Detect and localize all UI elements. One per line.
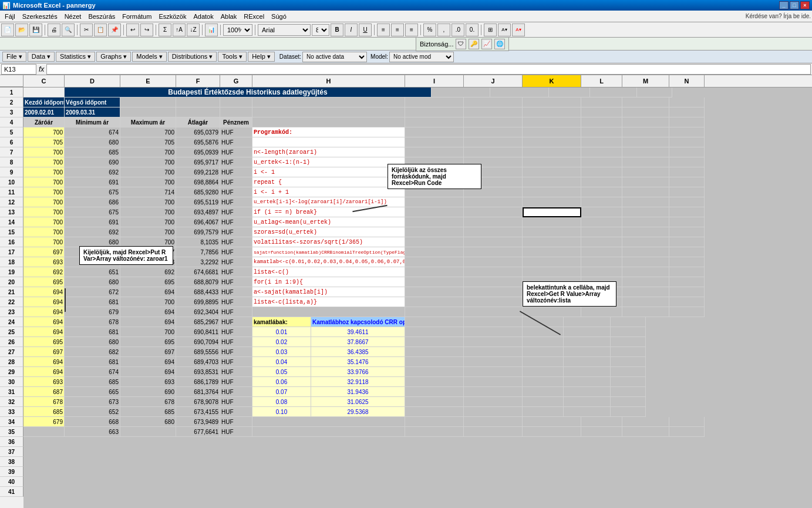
r2-l[interactable] [581,97,622,107]
d34-d[interactable]: 668 [65,417,120,427]
d26-f[interactable]: 690,7094 [176,337,220,347]
bold-btn[interactable]: B [331,23,343,36]
d9-g[interactable]: HUF [220,167,252,177]
d8-h[interactable]: u_ertek<-1:(n-1) [252,157,405,167]
d30-f[interactable]: 686,1789 [176,377,220,387]
d5-n[interactable] [669,127,705,137]
d15-f[interactable]: 699,7579 [176,227,220,237]
d28-n[interactable] [611,357,646,367]
close-btn[interactable]: × [800,1,810,9]
d22-e[interactable]: 700 [120,297,176,307]
d9-h[interactable]: i <- 1 [252,167,405,177]
paste-btn[interactable]: 📌 [108,23,121,36]
col-header-e[interactable]: E [120,75,176,87]
d35-f[interactable]: 677,6641 [176,427,220,437]
d19-k[interactable] [523,267,581,277]
col-header-g[interactable]: G [220,75,252,87]
d26-kamat[interactable]: 0.02 [252,337,311,347]
d23-i[interactable] [405,307,464,317]
d17-h[interactable]: sajat=function(kamatlab)CRRBinomialTreeO… [252,247,405,257]
italic-btn[interactable]: I [345,23,358,36]
d10-m[interactable] [622,177,669,187]
d12-j[interactable] [464,197,523,207]
d22-c[interactable]: 694 [23,297,65,307]
d7-d[interactable]: 685 [65,147,120,157]
chart-btn[interactable]: 📊 [205,23,218,36]
d19-n[interactable] [669,267,705,277]
d23-c[interactable]: 694 [23,307,65,317]
menu-formatum[interactable]: Formátum [119,12,155,21]
d23-l[interactable] [581,307,622,317]
d7-f[interactable]: 695,0939 [176,147,220,157]
d15-j[interactable] [464,227,523,237]
d5-k[interactable] [523,127,581,137]
d14-l[interactable] [581,217,622,227]
d9-k[interactable] [523,167,581,177]
d24-c[interactable]: 694 [23,317,65,327]
d35-l[interactable] [581,427,622,437]
d21-d[interactable]: 672 [65,287,120,297]
d5-c[interactable]: 700 [23,127,65,137]
r4-n[interactable] [669,117,705,127]
d19-c[interactable]: 692 [23,267,65,277]
align-right-btn[interactable]: ≡ [405,23,418,36]
d19-h[interactable]: lista<-c() [252,267,405,277]
d6-c[interactable]: 705 [23,137,65,147]
d6-f[interactable]: 695,5876 [176,137,220,147]
d31-g[interactable]: HUF [220,387,252,397]
d17-j[interactable] [464,247,523,257]
d7-n[interactable] [669,147,705,157]
d24-n[interactable] [611,317,646,327]
d10-n[interactable] [669,177,705,187]
r3-i[interactable] [405,107,464,117]
d19-f[interactable]: 674,6681 [176,267,220,277]
d17-l[interactable] [581,247,622,257]
d25-g[interactable]: HUF [220,327,252,337]
d8-c[interactable]: 700 [23,157,65,167]
copy-btn[interactable]: 📋 [94,23,107,36]
d13-c[interactable]: 700 [23,207,65,217]
d14-e[interactable]: 700 [120,217,176,227]
d31-f[interactable]: 681,3764 [176,387,220,397]
d6-e[interactable]: 705 [120,137,176,147]
rexcel-distributions[interactable]: Distributions ▾ [168,52,217,62]
d22-j[interactable] [464,297,523,307]
d15-n[interactable] [669,227,705,237]
d34-h[interactable] [252,417,405,427]
menu-fajl[interactable]: Fájl [1,12,19,21]
d24-d[interactable]: 678 [65,317,120,327]
d27-f[interactable]: 689,5556 [176,347,220,357]
d29-n[interactable] [611,367,646,377]
d28-j[interactable] [405,357,464,367]
d28-k[interactable] [464,357,523,367]
r3-j[interactable] [464,107,523,117]
d29-crr[interactable]: 33.9766 [311,367,405,377]
d22-f[interactable]: 699,8895 [176,297,220,307]
col-header-n[interactable]: N [669,75,705,87]
d33-crr[interactable]: 29.5368 [311,407,405,417]
r3-m[interactable] [622,107,669,117]
d27-c[interactable]: 697 [23,347,65,357]
d35-d[interactable]: 663 [65,427,120,437]
d34-k[interactable] [523,417,581,427]
d19-m[interactable] [622,267,669,277]
d15-h[interactable]: szoras=sd(u_ertek) [252,227,405,237]
d17-m[interactable] [622,247,669,257]
d20-n[interactable] [669,277,705,287]
d21-h[interactable]: a<-sajat(kamatlab[i]) [252,287,405,297]
security-btn2[interactable]: 🔑 [469,39,479,49]
d15-m[interactable] [622,227,669,237]
d35-g[interactable]: HUF [220,427,252,437]
d11-k[interactable] [523,187,581,197]
d11-d[interactable]: 675 [65,187,120,197]
d5-j[interactable] [464,127,523,137]
d32-k[interactable] [464,397,523,407]
comma-btn[interactable]: , [437,23,450,36]
d24-f[interactable]: 685,2967 [176,317,220,327]
d31-c[interactable]: 687 [23,387,65,397]
d32-f[interactable]: 678,9078 [176,397,220,407]
d31-n[interactable] [611,387,646,397]
r2-h[interactable] [252,97,405,107]
d11-e[interactable]: 714 [120,187,176,197]
open-btn[interactable]: 📂 [15,23,28,36]
